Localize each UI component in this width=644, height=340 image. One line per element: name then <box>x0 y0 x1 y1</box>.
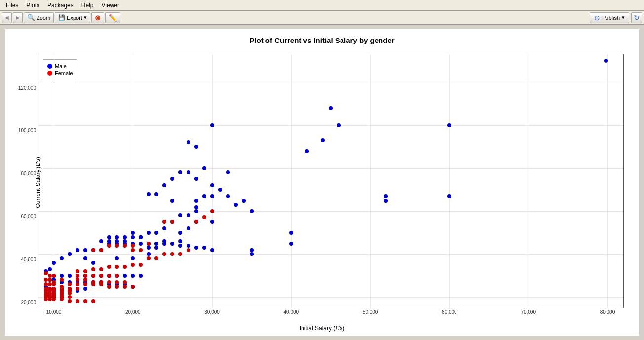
data-point <box>68 252 72 256</box>
data-point <box>194 220 198 224</box>
data-point <box>83 299 87 303</box>
zoom-label: Zoom <box>37 15 50 21</box>
data-point <box>170 199 174 203</box>
data-point <box>83 278 87 282</box>
data-point <box>107 265 111 269</box>
legend-dot-female <box>47 71 52 76</box>
data-point <box>250 248 254 252</box>
data-point <box>107 239 111 243</box>
gridline-h <box>38 297 623 298</box>
publish-button[interactable]: ⊙ Publish ▾ <box>590 12 629 23</box>
clear-button[interactable]: ⊗ <box>91 12 104 23</box>
data-point <box>178 244 182 248</box>
gridline-v <box>607 54 608 308</box>
data-point <box>162 252 166 256</box>
data-point <box>178 231 182 235</box>
data-point <box>76 299 79 303</box>
x-axis-label: Initial Salary (£'s) <box>300 325 345 332</box>
data-point <box>44 282 48 286</box>
data-point <box>194 177 198 181</box>
data-point <box>115 235 119 239</box>
data-point <box>218 188 222 192</box>
data-point <box>178 213 182 217</box>
data-point <box>384 199 388 203</box>
data-point <box>131 248 135 252</box>
data-point <box>91 248 95 252</box>
data-point <box>154 256 158 260</box>
data-point <box>52 298 56 301</box>
legend-label-female: Female <box>55 70 73 76</box>
legend-item-male: Male <box>47 63 73 69</box>
data-point <box>139 248 143 252</box>
refresh-button[interactable]: ↻ <box>631 12 642 23</box>
data-point <box>147 192 151 196</box>
data-point <box>115 265 119 269</box>
data-point <box>44 298 48 301</box>
data-point <box>178 170 182 174</box>
legend-dot-male <box>47 64 52 69</box>
data-point <box>187 226 190 230</box>
data-point <box>447 194 451 198</box>
data-point <box>131 231 135 235</box>
data-point <box>337 123 341 127</box>
menu-help[interactable]: Help <box>77 1 98 10</box>
data-point <box>60 278 64 282</box>
publish-arrow-icon: ▾ <box>622 14 625 21</box>
data-point <box>170 252 174 256</box>
data-point <box>91 267 95 271</box>
gridline-h <box>38 254 623 255</box>
export-button[interactable]: 💾 Export ▾ <box>55 12 90 23</box>
data-point <box>202 215 206 219</box>
back-button[interactable]: ◀ <box>2 12 12 23</box>
plot-container: Plot of Current vs Initial Salary by gen… <box>5 29 639 336</box>
data-point <box>210 183 214 187</box>
data-point <box>202 246 206 250</box>
data-point <box>91 274 95 278</box>
forward-button[interactable]: ▶ <box>13 12 23 23</box>
data-point <box>83 274 87 278</box>
gridline-h <box>38 125 623 126</box>
data-point <box>99 267 103 271</box>
data-point <box>131 235 135 239</box>
data-point <box>123 274 127 278</box>
data-point <box>131 285 135 289</box>
data-point <box>210 209 214 213</box>
menu-packages[interactable]: Packages <box>43 1 77 10</box>
brush-button[interactable]: ✏️ <box>105 12 120 23</box>
data-point <box>289 231 293 235</box>
data-point <box>83 269 87 273</box>
toolbar: ◀ ▶ 🔍 Zoom 💾 Export ▾ ⊗ ✏️ ⊙ Publish ▾ ↻ <box>0 11 644 25</box>
menu-plots[interactable]: Plots <box>22 1 43 10</box>
data-point <box>170 220 174 224</box>
menu-viewer[interactable]: Viewer <box>97 1 123 10</box>
data-point <box>250 209 254 213</box>
data-point <box>226 194 230 198</box>
x-tick-label: 20,000 <box>125 308 141 315</box>
data-point <box>250 252 254 256</box>
legend-item-female: Female <box>47 70 73 76</box>
data-point <box>83 248 87 252</box>
data-point <box>68 291 72 295</box>
data-point <box>60 298 64 301</box>
data-point <box>162 183 166 187</box>
data-point <box>194 145 198 149</box>
y-tick-label: 100,000 <box>18 128 38 133</box>
data-point <box>131 274 135 278</box>
data-point <box>52 282 56 286</box>
gridline-v <box>449 54 450 308</box>
menu-files[interactable]: Files <box>2 1 22 10</box>
data-point <box>194 205 198 209</box>
data-point <box>48 298 52 301</box>
export-arrow-icon: ▾ <box>84 14 87 21</box>
publish-label: Publish <box>602 15 620 21</box>
data-point <box>91 282 95 286</box>
zoom-icon: 🔍 <box>27 14 35 21</box>
legend-label-male: Male <box>55 63 67 69</box>
clear-icon: ⊗ <box>95 14 101 22</box>
data-point <box>154 231 158 235</box>
data-point <box>115 280 119 284</box>
data-point <box>123 280 127 284</box>
data-point <box>147 246 151 250</box>
zoom-button[interactable]: 🔍 Zoom <box>24 12 54 23</box>
data-point <box>194 246 198 250</box>
